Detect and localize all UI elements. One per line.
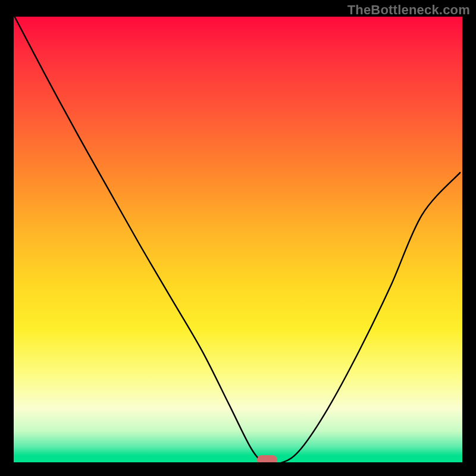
plot-area: [14, 17, 462, 462]
optimal-point-marker: [257, 455, 277, 463]
chart-frame: TheBottleneck.com: [0, 0, 476, 476]
watermark-text: TheBottleneck.com: [347, 2, 470, 18]
bottleneck-curve: [14, 17, 462, 462]
